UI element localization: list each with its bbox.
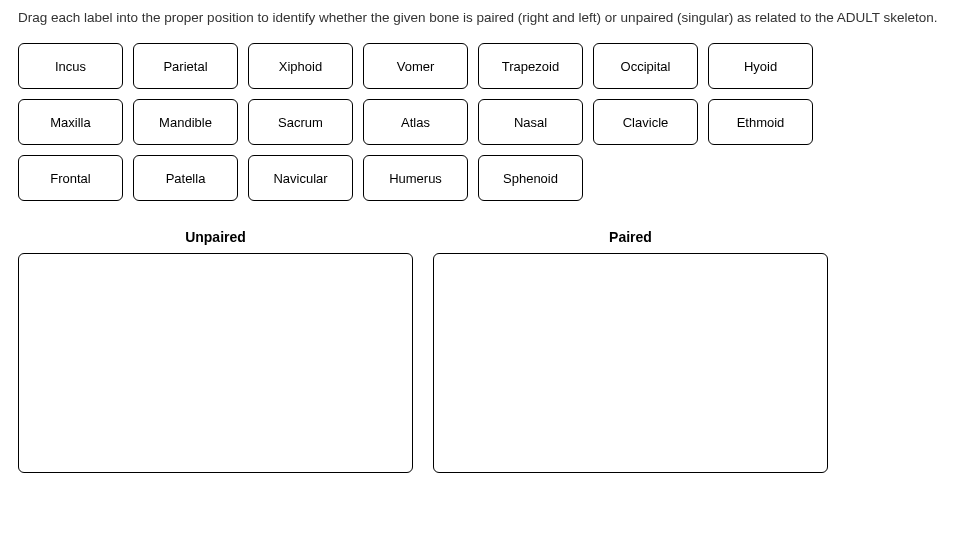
label-chip[interactable]: Parietal bbox=[133, 43, 238, 89]
label-chip[interactable]: Mandible bbox=[133, 99, 238, 145]
drop-column-unpaired: Unpaired bbox=[18, 229, 413, 473]
label-chip[interactable]: Sacrum bbox=[248, 99, 353, 145]
label-row-1: Incus Parietal Xiphoid Vomer Trapezoid O… bbox=[18, 43, 960, 89]
label-chip[interactable]: Nasal bbox=[478, 99, 583, 145]
label-chip[interactable]: Trapezoid bbox=[478, 43, 583, 89]
label-chip[interactable]: Ethmoid bbox=[708, 99, 813, 145]
label-chip[interactable]: Atlas bbox=[363, 99, 468, 145]
label-chip[interactable]: Humerus bbox=[363, 155, 468, 201]
label-row-3: Frontal Patella Navicular Humerus Spheno… bbox=[18, 155, 960, 201]
labels-area: Incus Parietal Xiphoid Vomer Trapezoid O… bbox=[18, 43, 960, 201]
label-row-2: Maxilla Mandible Sacrum Atlas Nasal Clav… bbox=[18, 99, 960, 145]
label-chip[interactable]: Maxilla bbox=[18, 99, 123, 145]
label-chip[interactable]: Occipital bbox=[593, 43, 698, 89]
instruction-text: Drag each label into the proper position… bbox=[18, 10, 960, 25]
label-chip[interactable]: Patella bbox=[133, 155, 238, 201]
label-chip[interactable]: Clavicle bbox=[593, 99, 698, 145]
label-chip[interactable]: Incus bbox=[18, 43, 123, 89]
label-chip[interactable]: Navicular bbox=[248, 155, 353, 201]
label-chip[interactable]: Xiphoid bbox=[248, 43, 353, 89]
drop-zone-unpaired[interactable] bbox=[18, 253, 413, 473]
label-chip[interactable]: Frontal bbox=[18, 155, 123, 201]
label-chip[interactable]: Vomer bbox=[363, 43, 468, 89]
drop-title-paired: Paired bbox=[433, 229, 828, 245]
drop-title-unpaired: Unpaired bbox=[18, 229, 413, 245]
drop-section: Unpaired Paired bbox=[18, 229, 960, 473]
label-chip[interactable]: Hyoid bbox=[708, 43, 813, 89]
drop-zone-paired[interactable] bbox=[433, 253, 828, 473]
drop-column-paired: Paired bbox=[433, 229, 828, 473]
label-chip[interactable]: Sphenoid bbox=[478, 155, 583, 201]
